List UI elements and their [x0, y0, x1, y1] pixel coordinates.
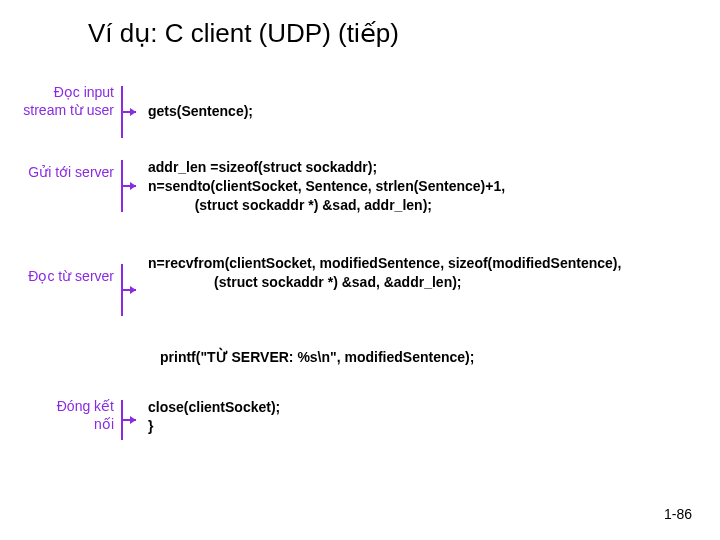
code-recv: n=recvfrom(clientSocket, modifiedSentenc…: [138, 254, 621, 292]
code-send: addr_len =sizeof(struct sockaddr); n=sen…: [138, 158, 505, 215]
bracket-icon: [120, 84, 138, 140]
bracket-icon: [120, 262, 138, 318]
block-send: Gửi tới server addr_len =sizeof(struct s…: [14, 158, 505, 215]
label-recv: Đọc từ server: [14, 254, 114, 286]
block-read-input: Đọc input stream từ user gets(Sentence);: [14, 84, 253, 140]
code-read-input: gets(Sentence);: [138, 84, 253, 121]
label-close: Đóng kết nối: [48, 398, 114, 433]
label-send: Gửi tới server: [14, 158, 114, 182]
page-number: 1-86: [664, 506, 692, 522]
block-printf: printf("TỪ SERVER: %s\n", modifiedSenten…: [160, 348, 474, 367]
bracket-icon: [120, 398, 138, 442]
code-close: close(clientSocket); }: [138, 398, 280, 436]
block-close: Đóng kết nối close(clientSocket); }: [48, 398, 280, 442]
code-printf: printf("TỪ SERVER: %s\n", modifiedSenten…: [160, 348, 474, 367]
bracket-icon: [120, 158, 138, 214]
slide-title: Ví dụ: C client (UDP) (tiếp): [88, 18, 399, 49]
block-recv: Đọc từ server n=recvfrom(clientSocket, m…: [14, 254, 621, 318]
label-read-input: Đọc input stream từ user: [14, 84, 114, 119]
